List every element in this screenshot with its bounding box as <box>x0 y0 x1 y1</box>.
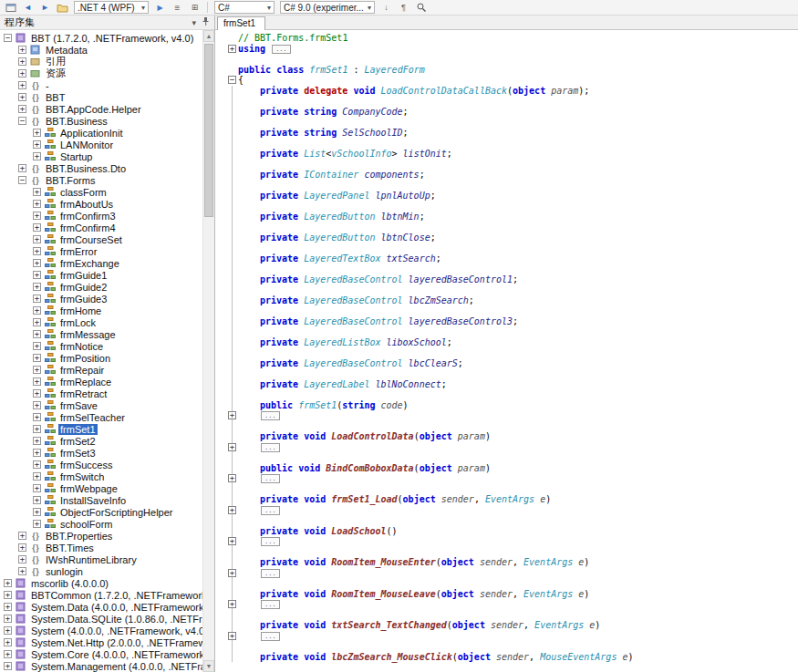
scroll-up-icon[interactable]: ▲ <box>203 30 214 42</box>
breakpoint-margin[interactable] <box>215 170 226 181</box>
breakpoint-margin[interactable] <box>215 536 226 547</box>
tree-item[interactable]: +frmCourseSet <box>0 233 202 245</box>
fold-expand-icon[interactable]: + <box>228 632 236 640</box>
breakpoint-margin[interactable] <box>215 442 226 453</box>
tree-item[interactable]: +System.Management (4.0.0.0, .NETFram... <box>0 660 202 672</box>
expand-icon[interactable]: + <box>33 259 41 267</box>
tree-item[interactable]: +{ }BBT.AppCode.Helper <box>0 103 202 115</box>
collapsed-body[interactable]: ... <box>261 474 280 483</box>
start-icon[interactable]: ▶ <box>152 1 168 15</box>
tree-item[interactable]: +ObjectForScriptingHelper <box>0 506 202 518</box>
tree-item[interactable]: +ApplicationInit <box>0 127 202 139</box>
expand-icon[interactable]: + <box>33 342 41 350</box>
tree-item[interactable]: +schoolForm <box>0 518 202 530</box>
language-select[interactable]: C#▾ <box>214 1 275 14</box>
tree-item[interactable]: +{ }BBT.Business.Dto <box>0 162 202 174</box>
expand-icon[interactable]: + <box>4 626 12 635</box>
collapsed-body[interactable]: ... <box>261 411 280 420</box>
breakpoint-margin[interactable] <box>215 117 226 128</box>
collapsed-body[interactable]: ... <box>261 443 280 452</box>
expand-icon[interactable]: + <box>4 662 12 670</box>
tree-item[interactable]: +{ }BBT.Properties <box>0 530 202 542</box>
breakpoint-margin[interactable] <box>215 44 226 55</box>
collapsed-body[interactable]: ... <box>261 632 280 641</box>
fold-expand-icon[interactable]: + <box>228 443 236 451</box>
collapsed-body[interactable]: ... <box>261 600 280 609</box>
expand-icon[interactable]: + <box>33 508 41 516</box>
breakpoint-margin[interactable] <box>215 201 226 212</box>
modules-icon[interactable]: ⊞ <box>187 1 202 15</box>
tree-item[interactable]: +frmSave <box>0 399 202 411</box>
breakpoint-margin[interactable] <box>215 295 226 306</box>
fold-expand-icon[interactable]: + <box>228 569 236 577</box>
window-icon[interactable] <box>3 1 18 15</box>
expand-icon[interactable]: + <box>33 212 41 220</box>
expand-icon[interactable]: + <box>18 555 26 563</box>
breakpoint-margin[interactable] <box>215 578 226 589</box>
expand-icon[interactable]: + <box>33 200 41 208</box>
breakpoint-margin[interactable] <box>215 54 226 65</box>
pin-icon[interactable] <box>202 17 210 28</box>
breakpoint-margin[interactable] <box>215 107 226 118</box>
tree-item[interactable]: +classForm <box>0 186 202 198</box>
expand-icon[interactable]: + <box>18 532 26 540</box>
expand-icon[interactable]: + <box>33 188 41 196</box>
expand-icon[interactable]: + <box>4 591 12 599</box>
expand-icon[interactable]: + <box>33 472 41 481</box>
breakpoint-margin[interactable] <box>215 75 226 86</box>
expand-icon[interactable]: + <box>33 129 41 137</box>
tree-item[interactable]: +frmGuide2 <box>0 281 202 293</box>
tree-item[interactable]: +{ }- <box>0 79 202 91</box>
expand-icon[interactable]: + <box>33 295 41 303</box>
tree-item[interactable]: +System.Data.SQLite (1.0.86.0, .NETFrame… <box>0 613 202 625</box>
breakpoint-margin[interactable] <box>215 96 226 107</box>
expand-icon[interactable]: + <box>4 579 12 587</box>
tree-item[interactable]: +frmLock <box>0 316 202 328</box>
expand-icon[interactable]: + <box>33 247 41 255</box>
tree-item[interactable]: −{ }BBT.Forms <box>0 174 202 186</box>
expand-icon[interactable]: + <box>33 140 41 149</box>
collapsed-body[interactable]: ... <box>272 45 291 54</box>
expand-icon[interactable]: + <box>33 366 41 374</box>
tree-item[interactable]: +System.Core (4.0.0.0, .NETFramework, v4… <box>0 648 202 660</box>
tree-item[interactable]: +frmReplace <box>0 376 202 388</box>
expand-icon[interactable]: + <box>33 223 41 232</box>
tree-item[interactable]: +{ }sunlogin <box>0 565 202 577</box>
expand-icon[interactable]: + <box>33 152 41 160</box>
tree-item[interactable]: +frmConfirm4 <box>0 222 202 233</box>
breakpoint-margin[interactable] <box>215 421 226 432</box>
expand-icon[interactable]: + <box>33 401 41 409</box>
breakpoint-margin[interactable] <box>215 264 226 274</box>
collapsed-body[interactable]: ... <box>261 569 280 578</box>
breakpoint-margin[interactable] <box>215 274 226 285</box>
breakpoint-margin[interactable] <box>215 326 226 337</box>
breakpoint-margin[interactable] <box>215 212 226 222</box>
tree-item[interactable]: +{ }BBT.Times <box>0 542 202 553</box>
tree-item[interactable]: +System.Data (4.0.0.0, .NETFramework, v4… <box>0 601 202 613</box>
expand-icon[interactable]: + <box>18 567 26 575</box>
tree-item[interactable]: +frmExchange <box>0 257 202 269</box>
breakpoint-margin[interactable] <box>215 568 226 579</box>
tree-item[interactable]: +frmSuccess <box>0 459 202 470</box>
breakpoint-margin[interactable] <box>215 589 226 600</box>
expand-icon[interactable]: + <box>33 389 41 398</box>
expand-icon[interactable]: + <box>33 330 41 338</box>
tree-item[interactable]: +资源 <box>0 67 202 79</box>
tree-item[interactable]: +System (4.0.0.0, .NETFramework, v4.0) <box>0 625 202 636</box>
breakpoint-margin[interactable] <box>215 284 226 295</box>
tree-item[interactable]: +frmRepair <box>0 364 202 376</box>
expand-icon[interactable]: + <box>33 425 41 433</box>
expand-icon[interactable]: + <box>18 164 26 172</box>
expand-icon[interactable]: + <box>33 354 41 362</box>
expand-icon[interactable]: + <box>4 603 12 611</box>
breakpoint-margin[interactable] <box>215 610 226 621</box>
breakpoint-margin[interactable] <box>215 368 226 379</box>
tree-item[interactable]: +frmSelTeacher <box>0 411 202 423</box>
tree-item[interactable]: +frmRetract <box>0 388 202 399</box>
tree-item[interactable]: +Startup <box>0 150 202 162</box>
expand-icon[interactable]: + <box>18 46 26 54</box>
tree-item[interactable]: +mscorlib (4.0.0.0) <box>0 577 202 589</box>
tree-item[interactable]: +InstallSaveInfo <box>0 494 202 506</box>
breakpoint-margin[interactable] <box>215 389 226 400</box>
expand-icon[interactable]: + <box>4 615 12 623</box>
